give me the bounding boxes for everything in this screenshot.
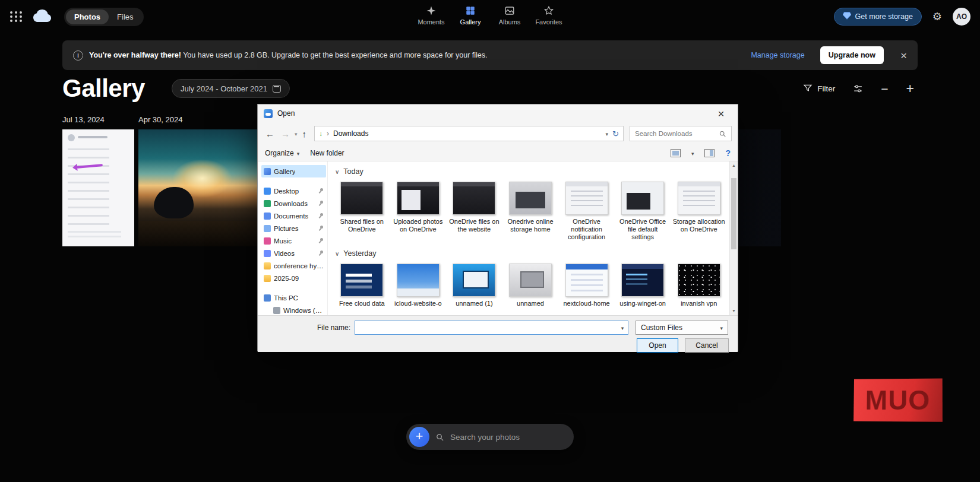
nav-item-gallery[interactable]: Gallery [453, 2, 488, 28]
top-bar: Photos Files MomentsGalleryAlbumsFavorit… [0, 0, 980, 33]
sidebar-item-label: Windows (C:) [283, 307, 324, 314]
nav-item-favorites[interactable]: Favorites [532, 2, 566, 28]
nav-item-albums[interactable]: Albums [492, 2, 527, 28]
dialog-close-icon[interactable] [710, 108, 732, 119]
toggle-photos[interactable]: Photos [66, 9, 109, 24]
file-thumbnail [565, 264, 608, 297]
dialog-footer: File name: Custom Files Open Cancel [258, 315, 738, 352]
upgrade-now-button[interactable]: Upgrade now [820, 46, 884, 64]
avatar[interactable]: AO [953, 8, 970, 26]
file-item[interactable]: Onedrive online storage home [502, 180, 559, 245]
date-range-picker[interactable]: July 2024 - October 2021 [172, 79, 290, 98]
file-item[interactable]: unnamed [502, 262, 559, 311]
sidebar-item-documents[interactable]: Documents [261, 210, 326, 222]
file-item[interactable]: Storage allocation on OneDrive [671, 180, 727, 245]
group-header[interactable]: Yesterday [335, 249, 727, 258]
file-item[interactable]: OneDrive notification configuration [558, 180, 615, 245]
view-settings-icon[interactable] [853, 84, 863, 94]
change-view-icon[interactable] [671, 149, 681, 157]
refresh-icon[interactable] [612, 130, 619, 138]
sidebar-item-videos[interactable]: Videos [261, 247, 326, 259]
file-type-select[interactable]: Custom Files [636, 321, 728, 335]
file-item[interactable]: Free cloud data [334, 262, 390, 311]
preview-pane-icon[interactable] [704, 149, 715, 157]
scroll-up-icon[interactable] [730, 161, 738, 170]
sidebar-item-windows-c[interactable]: Windows (C:) [271, 304, 326, 315]
sidebar-item-downloads[interactable]: Downloads [261, 197, 326, 210]
open-button[interactable]: Open [637, 338, 678, 353]
photo-search-input[interactable] [450, 433, 564, 442]
filter-button[interactable]: Filter [803, 83, 835, 94]
file-group: YesterdayFree cloud dataicloud-website-o… [334, 249, 727, 311]
dialog-navigation-bar: ← → ↑ Downloads [258, 122, 738, 145]
pin-icon [318, 237, 324, 244]
back-icon[interactable]: ← [264, 129, 276, 138]
dialog-scrollbar[interactable] [729, 161, 738, 315]
help-icon[interactable]: ? [725, 148, 731, 158]
nav-item-moments[interactable]: Moments [414, 2, 448, 28]
app-launcher-icon[interactable] [10, 10, 23, 23]
forward-icon[interactable]: → [279, 129, 292, 138]
toggle-files[interactable]: Files [109, 9, 141, 24]
address-dropdown-icon[interactable] [606, 130, 609, 137]
view-dropdown-icon[interactable] [691, 150, 694, 157]
screenshot-line [78, 136, 108, 138]
dialog-titlebar[interactable]: Open [258, 104, 738, 122]
file-item[interactable]: icloud-website-o [390, 262, 447, 311]
chevron-down-icon [720, 324, 723, 331]
manage-storage-link[interactable]: Manage storage [751, 51, 804, 59]
scroll-down-icon[interactable] [730, 307, 738, 315]
onedrive-logo-icon[interactable] [31, 9, 52, 24]
banner-close-icon[interactable] [900, 50, 907, 61]
group-header[interactable]: Today [335, 167, 727, 176]
new-folder-button[interactable]: New folder [310, 149, 344, 157]
downloads-icon [264, 200, 271, 207]
organize-button[interactable]: Organize [265, 149, 299, 157]
scrollbar-thumb[interactable] [731, 178, 736, 249]
sidebar-item-this-pc[interactable]: This PC [261, 291, 326, 304]
gear-icon[interactable] [932, 11, 942, 22]
photo-thumbnail-screenshot[interactable] [62, 129, 134, 246]
zoom-out-icon[interactable] [881, 83, 888, 95]
sidebar-item-2025-09[interactable]: 2025-09 [261, 272, 326, 284]
sidebar-item-conference-hymn[interactable]: conference hymn [261, 259, 326, 272]
search-icon [435, 433, 444, 442]
file-item[interactable]: nextcloud-home [558, 262, 615, 311]
file-item[interactable]: Uploaded photos on OneDrive [390, 180, 447, 245]
sidebar-item-gallery[interactable]: Gallery [261, 165, 326, 177]
sidebar-item-music[interactable]: Music [261, 234, 326, 247]
folder-icon [264, 262, 271, 269]
dialog-toolbar: Organize New folder ? [258, 145, 738, 161]
zoom-in-icon[interactable] [906, 82, 914, 96]
up-icon[interactable]: ↑ [301, 129, 309, 138]
file-thumbnail [621, 182, 664, 215]
dialog-search-input[interactable] [635, 130, 715, 137]
add-button[interactable] [409, 427, 429, 447]
file-name: Free cloud data [339, 300, 384, 307]
open-dialog: Open ← → ↑ Downloads Organize [257, 104, 738, 351]
file-item[interactable]: OneDrive files on the website [446, 180, 502, 245]
gallery-icon [465, 5, 476, 17]
breadcrumb-location[interactable]: Downloads [333, 129, 368, 138]
cancel-button[interactable]: Cancel [685, 338, 729, 353]
get-more-storage-button[interactable]: Get more storage [834, 8, 922, 26]
photo-thumbnail-sunset[interactable] [138, 129, 259, 246]
file-item[interactable]: using-winget-on [615, 262, 671, 311]
sidebar-item-pictures[interactable]: Pictures [261, 222, 326, 234]
file-item[interactable]: unnamed (1) [446, 262, 502, 311]
pin-icon [318, 188, 324, 194]
history-chevron-icon[interactable] [295, 130, 298, 137]
address-bar[interactable]: Downloads [314, 126, 624, 141]
file-item[interactable]: Shared files on OneDrive [334, 180, 390, 245]
file-item[interactable]: OneDrive Office file default settings [615, 180, 671, 245]
sidebar-item-label: 2025-09 [274, 275, 299, 282]
page: Photos Files MomentsGalleryAlbumsFavorit… [0, 0, 980, 482]
file-name-input[interactable] [355, 321, 617, 334]
sidebar-item-desktop[interactable]: Desktop [261, 185, 326, 197]
file-name-combo [355, 321, 628, 335]
file-item[interactable]: invanish vpn [671, 262, 727, 311]
file-name: Uploaded photos on OneDrive [391, 218, 445, 233]
file-name-dropdown-icon[interactable] [617, 324, 628, 331]
file-name: Onedrive online storage home [504, 218, 558, 233]
group-label: Yesterday [343, 249, 376, 258]
